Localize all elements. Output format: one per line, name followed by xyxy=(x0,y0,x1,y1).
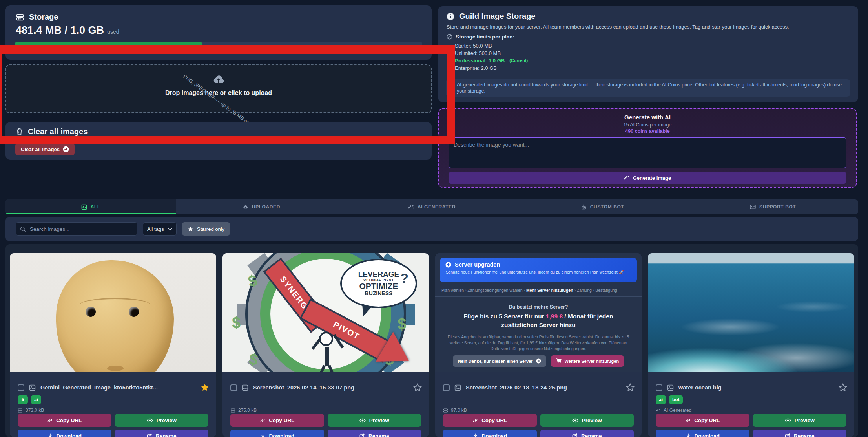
starred-only-toggle[interactable]: Starred only xyxy=(182,222,230,236)
copy-url-button[interactable]: Copy URL xyxy=(656,414,749,427)
tag-badge[interactable]: 5 xyxy=(18,395,28,404)
wand-sparkles-icon xyxy=(624,175,630,181)
star-outline-icon[interactable] xyxy=(626,383,635,392)
ai-generator-section: Generate with AI 15 AI Coins per image 4… xyxy=(438,108,857,188)
ai-generator-cost: 15 AI Coins per image xyxy=(439,122,856,128)
tab-ai-generated[interactable]: AI GENERATED xyxy=(346,199,517,214)
potato-illustration xyxy=(56,260,174,372)
copy-url-button[interactable]: Copy URL xyxy=(443,414,537,427)
hard-drive-icon xyxy=(16,13,24,22)
download-button[interactable]: Download xyxy=(18,430,111,437)
upload-cloud-icon xyxy=(243,205,248,210)
tag-badge[interactable]: bot xyxy=(669,395,683,404)
file-image-icon xyxy=(667,384,674,391)
star-outline-icon[interactable] xyxy=(413,383,422,392)
select-checkbox[interactable] xyxy=(230,384,237,391)
plan-item-unlimited: Unlimited: 500.0 MB xyxy=(449,49,850,57)
file-image-icon xyxy=(454,384,461,391)
cart-icon xyxy=(556,358,562,364)
rename-button[interactable]: Rename xyxy=(540,430,634,437)
select-checkbox[interactable] xyxy=(18,384,24,391)
edit-icon xyxy=(147,433,152,437)
select-checkbox[interactable] xyxy=(443,384,450,391)
search-field xyxy=(16,222,137,236)
preview-button[interactable]: Preview xyxy=(115,414,209,427)
link-icon xyxy=(47,418,53,423)
rename-button[interactable]: Rename xyxy=(753,430,847,437)
hard-drive-icon xyxy=(230,408,235,413)
image-thumbnail-ocean[interactable] xyxy=(648,253,854,372)
search-input[interactable] xyxy=(29,226,133,232)
star-outline-icon[interactable] xyxy=(839,383,847,392)
star-icon xyxy=(188,226,193,232)
edit-icon xyxy=(785,433,790,437)
ai-generator-title: Generate with AI xyxy=(439,114,856,121)
link-icon xyxy=(472,418,478,423)
image-thumbnail-potato[interactable] xyxy=(10,253,216,372)
image-icon xyxy=(81,204,87,210)
guild-panel-title: Guild Image Storage xyxy=(459,12,535,21)
download-button[interactable]: Download xyxy=(656,430,749,437)
select-checkbox[interactable] xyxy=(656,384,662,391)
tag-badge[interactable]: ai xyxy=(31,395,41,404)
storage-title: Storage xyxy=(29,13,58,22)
file-size: 97.0 kB xyxy=(451,408,467,413)
tab-support-bot[interactable]: SUPPORT BOT xyxy=(687,199,858,214)
decline-offer-button: Nein Danke, nur diesen einen Server xyxy=(453,355,546,367)
plan-item-enterprise: Enterprise: 2.0 GB xyxy=(449,64,850,72)
copy-url-button[interactable]: Copy URL xyxy=(18,414,111,427)
tab-uploaded[interactable]: UPLOADED xyxy=(176,199,347,214)
wand-sparkles-icon xyxy=(656,408,661,413)
upgrade-banner: Server upgraden Schalte neue Funktionen … xyxy=(440,258,637,282)
file-image-icon xyxy=(29,384,36,391)
download-button[interactable]: Download xyxy=(443,430,537,437)
image-thumbnail-upgrade-dialog[interactable]: Server upgraden Schalte neue Funktionen … xyxy=(435,253,642,372)
star-filled-icon[interactable] xyxy=(201,383,209,392)
download-icon xyxy=(473,433,478,437)
ai-prompt-input[interactable] xyxy=(449,137,846,168)
file-image-icon xyxy=(242,384,248,391)
download-icon xyxy=(686,433,691,437)
arrow-up-circle-icon xyxy=(445,262,451,268)
chevron-down-icon xyxy=(168,228,172,230)
generate-image-button[interactable]: Generate Image xyxy=(449,172,846,184)
info-icon xyxy=(447,13,454,20)
download-icon xyxy=(260,433,266,437)
current-plan-badge: (Current) xyxy=(509,57,528,64)
ai-storage-note: AI-generated images do not count towards… xyxy=(446,79,850,97)
hard-drive-icon xyxy=(18,408,23,413)
tab-all[interactable]: ALL xyxy=(5,199,176,214)
file-size: 275.0 kB xyxy=(238,408,257,413)
upgrade-breadcrumb: Plan wählen › Zahlungsbedingungen wählen… xyxy=(441,288,617,293)
download-icon xyxy=(47,433,53,437)
image-thumbnail-cartoon[interactable]: $ $ $ $ $ $ SYNERGY PIVOT LEVERAGE OPTIM… xyxy=(222,253,429,372)
arrow-right-circle-icon xyxy=(63,146,69,152)
edit-icon xyxy=(572,433,578,437)
stick-figure xyxy=(319,332,333,346)
clear-all-images-button[interactable]: Clear all images xyxy=(15,143,75,155)
rename-button[interactable]: Rename xyxy=(328,430,421,437)
arrow-right-circle-icon xyxy=(536,358,541,364)
tag-badge[interactable]: ai xyxy=(656,395,666,404)
accept-offer-button: Weitere Server hinzufügen xyxy=(551,355,624,367)
rename-button[interactable]: Rename xyxy=(115,430,209,437)
tags-filter-select[interactable]: All tags xyxy=(143,222,177,236)
ai-coins-available: 490 coins available xyxy=(439,128,856,134)
image-card: $ $ $ $ $ $ SYNERGY PIVOT LEVERAGE OPTIM… xyxy=(222,253,429,437)
library-tabs: ALL UPLOADED AI GENERATED xyxy=(5,199,858,214)
tab-custom-bot[interactable]: CUSTOM BOT xyxy=(517,199,688,214)
eye-icon xyxy=(147,418,153,423)
storage-limits-heading: Storage limits per plan: xyxy=(456,34,514,40)
preview-button[interactable]: Preview xyxy=(753,414,847,427)
link-icon xyxy=(260,418,265,423)
preview-button[interactable]: Preview xyxy=(540,414,634,427)
ai-generated-label: AI Generated xyxy=(664,408,691,413)
eye-icon xyxy=(785,418,791,423)
preview-button[interactable]: Preview xyxy=(328,414,421,427)
eye-icon xyxy=(359,418,366,423)
image-filename: water ocean big xyxy=(678,384,834,391)
plan-item-professional-current: Professional: 1.0 GB(Current) xyxy=(449,57,850,64)
download-button[interactable]: Download xyxy=(230,430,324,437)
red-annotation-rectangle xyxy=(0,45,455,144)
copy-url-button[interactable]: Copy URL xyxy=(230,414,324,427)
